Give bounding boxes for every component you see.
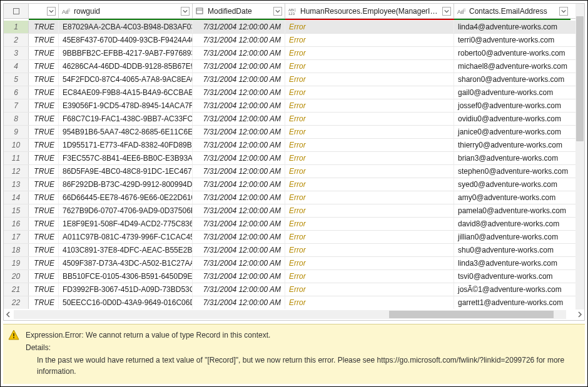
row-number[interactable]: 10 <box>4 139 29 151</box>
cell-email[interactable]: amy0@adventure-works.com <box>454 191 570 204</box>
cell-bool[interactable]: TRUE <box>29 86 59 99</box>
cell-email[interactable]: shu0@adventure-works.com <box>454 244 570 256</box>
cell-modifieddate[interactable]: 7/31/2004 12:00:00 AM <box>193 99 285 112</box>
cell-email[interactable]: gail0@adventure-works.com <box>454 86 570 99</box>
cell-title-error[interactable]: Error <box>285 204 454 217</box>
column-header-email[interactable]: ABC Contacts.EmailAddress <box>454 4 570 18</box>
cell-email[interactable]: janice0@adventure-works.com <box>454 126 570 138</box>
cell-bool[interactable]: TRUE <box>29 270 59 283</box>
cell-bool[interactable]: TRUE <box>29 231 59 243</box>
table-row[interactable]: 12TRUE86D5FA9E-4BC0-48C8-91DC-1EC467418.… <box>4 165 584 178</box>
scroll-left-arrow[interactable] <box>4 310 13 319</box>
row-number[interactable]: 9 <box>4 126 29 138</box>
cell-bool[interactable]: TRUE <box>29 47 59 59</box>
column-header-rowguid[interactable]: ABC rowguid <box>59 4 193 18</box>
table-row[interactable]: 14TRUE66D66445-EE78-4676-9E66-0E22D6109A… <box>4 191 584 204</box>
cell-email[interactable]: ovidiu0@adventure-works.com <box>454 113 570 125</box>
cell-modifieddate[interactable]: 7/31/2004 12:00:00 AM <box>193 126 285 138</box>
table-row[interactable]: 10TRUE1D955171-E773-4FAD-8382-40FD89BD5.… <box>4 139 584 152</box>
row-number[interactable]: 20 <box>4 270 29 283</box>
cell-rowguid[interactable]: FD3992FB-3067-451D-A09D-73BD53C0F... <box>59 283 193 296</box>
cell-title-error[interactable]: Error <box>285 99 454 112</box>
cell-modifieddate[interactable]: 7/31/2004 12:00:00 AM <box>193 47 285 59</box>
row-number[interactable]: 3 <box>4 47 29 59</box>
table-row[interactable]: 6TRUEEC84AE09-F9B8-4A15-B4A9-6CCBAB919..… <box>4 86 584 99</box>
table-row[interactable]: 4TRUE46286CA4-46DD-4DDB-9128-85B67E98D..… <box>4 60 584 73</box>
cell-title-error[interactable]: Error <box>285 244 454 256</box>
row-number[interactable]: 19 <box>4 257 29 269</box>
cell-modifieddate[interactable]: 7/31/2004 12:00:00 AM <box>193 270 285 283</box>
cell-title-error[interactable]: Error <box>285 126 454 138</box>
row-number[interactable]: 7 <box>4 99 29 112</box>
cell-bool[interactable]: TRUE <box>29 73 59 86</box>
cell-modifieddate[interactable]: 7/31/2004 12:00:00 AM <box>193 191 285 204</box>
row-number[interactable]: 8 <box>4 113 29 125</box>
cell-modifieddate[interactable]: 7/31/2004 12:00:00 AM <box>193 73 285 86</box>
filter-dropdown[interactable] <box>273 7 282 16</box>
cell-title-error[interactable]: Error <box>285 218 454 230</box>
cell-modifieddate[interactable]: 7/31/2004 12:00:00 AM <box>193 204 285 217</box>
row-number[interactable]: 18 <box>4 244 29 256</box>
cell-title-error[interactable]: Error <box>285 34 454 46</box>
hscroll-thumb[interactable] <box>389 311 554 318</box>
cell-bool[interactable]: TRUE <box>29 99 59 112</box>
cell-email[interactable]: garrett1@adventure-works.com <box>454 296 570 309</box>
cell-email[interactable]: thierry0@adventure-works.com <box>454 139 570 151</box>
cell-bool[interactable]: TRUE <box>29 21 59 33</box>
row-number[interactable]: 16 <box>4 218 29 230</box>
cell-title-error[interactable]: Error <box>285 47 454 59</box>
cell-title-error[interactable]: Error <box>285 270 454 283</box>
row-number[interactable]: 22 <box>4 296 29 309</box>
cell-modifieddate[interactable]: 7/31/2004 12:00:00 AM <box>193 244 285 256</box>
cell-modifieddate[interactable]: 7/31/2004 12:00:00 AM <box>193 296 285 309</box>
cell-rowguid[interactable]: 50EECC16-0D0D-43A9-9649-016C06DE8... <box>59 296 193 309</box>
row-number[interactable]: 12 <box>4 165 29 178</box>
row-number[interactable]: 5 <box>4 73 29 86</box>
cell-title-error[interactable]: Error <box>285 152 454 164</box>
cell-email[interactable]: terri0@adventure-works.com <box>454 34 570 46</box>
cell-rowguid[interactable]: 86F292DB-B73C-429D-9912-800994D80... <box>59 178 193 191</box>
cell-title-error[interactable]: Error <box>285 73 454 86</box>
vscroll-thumb[interactable] <box>576 16 584 141</box>
cell-email[interactable]: linda3@adventure-works.com <box>454 257 570 269</box>
cell-bool[interactable]: TRUE <box>29 244 59 256</box>
cell-rowguid[interactable]: 54F2FDC0-87C4-4065-A7A8-9AC8EA624... <box>59 73 193 86</box>
cell-title-error[interactable]: Error <box>285 191 454 204</box>
cell-rowguid[interactable]: 1D955171-E773-4FAD-8382-40FD89BD5... <box>59 139 193 151</box>
horizontal-scrollbar[interactable] <box>4 309 584 320</box>
filter-dropdown[interactable] <box>181 7 190 16</box>
row-number[interactable]: 4 <box>4 60 29 73</box>
cell-email[interactable]: linda4@adventure-works.com <box>454 21 570 33</box>
cell-rowguid[interactable]: 4509F387-D73A-43DC-A502-B1C27AA1D... <box>59 257 193 269</box>
row-number[interactable]: 13 <box>4 178 29 191</box>
cell-rowguid[interactable]: 7627B9D6-0707-4706-9AD9-0D37506B0... <box>59 204 193 217</box>
cell-bool[interactable]: TRUE <box>29 218 59 230</box>
cell-modifieddate[interactable]: 7/31/2004 12:00:00 AM <box>193 178 285 191</box>
filter-dropdown[interactable] <box>47 7 56 16</box>
cell-modifieddate[interactable]: 7/31/2004 12:00:00 AM <box>193 60 285 73</box>
table-row[interactable]: 20TRUEBB510FCE-0105-4306-B591-6450D9EBF4… <box>4 270 584 283</box>
cell-email[interactable]: tsvi0@adventure-works.com <box>454 270 570 283</box>
filter-dropdown[interactable] <box>442 7 451 16</box>
column-header-title[interactable]: ABC123 HumanResources.Employee(ManagerID… <box>285 4 454 18</box>
cell-rowguid[interactable]: 66D66445-EE78-4676-9E66-0E22D6109A... <box>59 191 193 204</box>
cell-bool[interactable]: TRUE <box>29 296 59 309</box>
cell-rowguid[interactable]: E39056F1-9CD5-478D-8945-14ACA7FBD... <box>59 99 193 112</box>
table-row[interactable]: 21TRUEFD3992FB-3067-451D-A09D-73BD53C0F.… <box>4 283 584 296</box>
vertical-scrollbar[interactable] <box>575 4 584 309</box>
cell-title-error[interactable]: Error <box>285 113 454 125</box>
cell-title-error[interactable]: Error <box>285 296 454 309</box>
scroll-right-arrow[interactable] <box>575 310 584 319</box>
select-all-corner[interactable] <box>4 4 29 18</box>
cell-rowguid[interactable]: 46286CA4-46DD-4DDB-9128-85B67E98D... <box>59 60 193 73</box>
cell-email[interactable]: stephen0@adventure-works.com <box>454 165 570 178</box>
cell-title-error[interactable]: Error <box>285 86 454 99</box>
table-row[interactable]: 3TRUE9BBBFB2C-EFBB-4217-9AB7-F976893288.… <box>4 47 584 60</box>
cell-title-error[interactable]: Error <box>285 139 454 151</box>
cell-title-error[interactable]: Error <box>285 257 454 269</box>
table-row[interactable]: 16TRUE1E8F9E91-508F-4D49-ACD2-775C836030… <box>4 218 584 231</box>
cell-email[interactable]: sharon0@adventure-works.com <box>454 73 570 86</box>
cell-title-error[interactable]: Error <box>285 178 454 191</box>
column-header-bool[interactable] <box>29 4 59 18</box>
filter-dropdown[interactable] <box>559 7 568 16</box>
